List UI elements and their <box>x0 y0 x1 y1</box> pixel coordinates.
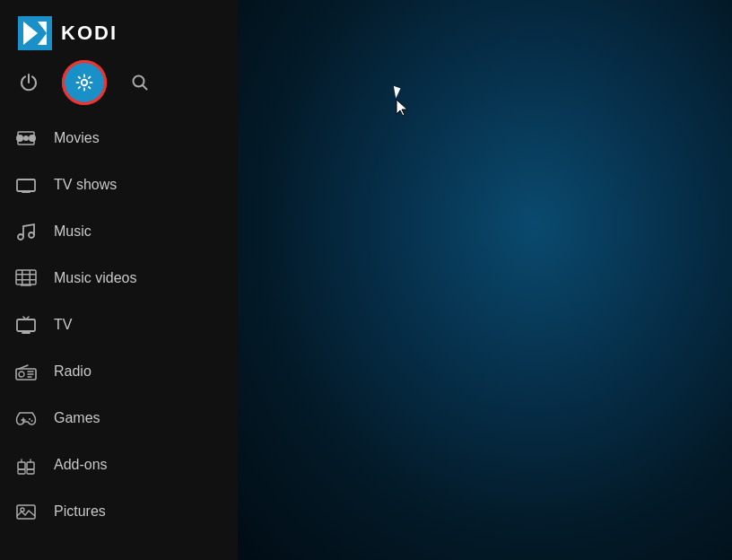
svg-point-6 <box>29 135 36 142</box>
sidebar-item-music-videos[interactable]: Music videos <box>0 255 238 302</box>
power-button[interactable] <box>9 63 48 102</box>
sidebar-item-tv[interactable]: TV <box>0 302 238 348</box>
tv-label: TV <box>54 317 72 333</box>
search-icon <box>130 73 150 92</box>
svg-rect-20 <box>17 319 35 331</box>
sidebar-item-music[interactable]: Music <box>0 208 238 255</box>
svg-rect-35 <box>18 462 25 469</box>
music-icon <box>14 220 38 243</box>
svg-point-34 <box>31 420 33 422</box>
top-icons-bar <box>0 63 238 115</box>
games-icon <box>14 407 38 430</box>
movies-icon <box>14 127 38 150</box>
svg-point-33 <box>29 418 30 420</box>
pictures-label: Pictures <box>54 503 106 520</box>
svg-rect-18 <box>30 270 31 284</box>
sidebar-item-movies[interactable]: Movies <box>0 115 238 162</box>
sidebar-item-radio[interactable]: Radio <box>0 348 238 395</box>
add-ons-label: Add-ons <box>54 457 108 473</box>
music-videos-label: Music videos <box>54 270 136 286</box>
sidebar-item-pictures[interactable]: Pictures <box>0 488 238 535</box>
music-videos-icon <box>14 267 38 290</box>
svg-rect-15 <box>16 274 36 276</box>
svg-point-42 <box>21 508 24 512</box>
music-label: Music <box>54 223 92 240</box>
svg-point-3 <box>82 80 87 85</box>
search-button[interactable] <box>120 63 160 102</box>
svg-rect-14 <box>16 270 36 284</box>
nav-menu: Movies TV shows Music <box>0 115 238 560</box>
games-label: Games <box>54 410 100 426</box>
sidebar: KODI <box>0 0 238 560</box>
settings-button[interactable] <box>65 63 104 102</box>
tv-icon <box>14 313 38 337</box>
power-icon <box>19 73 39 92</box>
sidebar-item-add-ons[interactable]: Add-ons <box>0 442 238 488</box>
tv-shows-label: TV shows <box>54 177 117 193</box>
tv-shows-icon <box>14 173 38 197</box>
svg-rect-41 <box>17 505 35 519</box>
app-title: KODI <box>61 22 118 45</box>
svg-point-26 <box>19 372 24 377</box>
svg-rect-17 <box>22 270 23 284</box>
svg-point-5 <box>16 135 23 142</box>
gear-icon <box>74 73 94 92</box>
svg-rect-9 <box>17 179 35 191</box>
radio-label: Radio <box>54 363 92 380</box>
svg-rect-16 <box>16 279 36 281</box>
sidebar-item-tv-shows[interactable]: TV shows <box>0 162 238 208</box>
radio-icon <box>14 360 38 383</box>
sidebar-item-games[interactable]: Games <box>0 395 238 442</box>
movies-label: Movies <box>54 130 100 146</box>
pictures-icon <box>14 500 38 523</box>
svg-rect-36 <box>27 462 34 469</box>
main-content <box>238 0 732 560</box>
logo-area: KODI <box>0 0 238 63</box>
add-ons-icon <box>14 453 38 477</box>
svg-point-8 <box>23 136 29 141</box>
kodi-logo-icon <box>18 16 52 50</box>
svg-point-13 <box>29 232 34 238</box>
